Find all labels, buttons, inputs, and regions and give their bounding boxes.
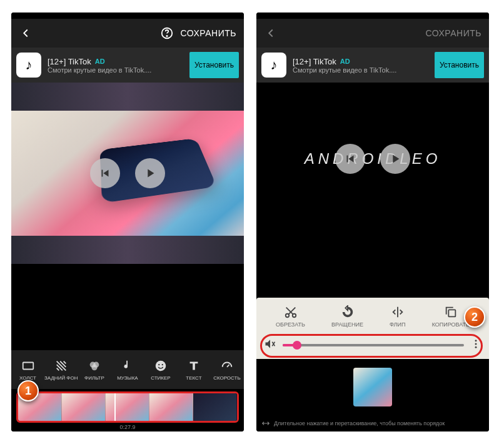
tool-background[interactable]: ЗАДНИЙ ФОН: [44, 359, 78, 381]
callout-badge-2: 2: [464, 306, 485, 328]
toolbar: ХОЛСТ ЗАДНИЙ ФОН ФИЛЬТР МУЗЫКА СТИКЕР ТЕ…: [11, 350, 244, 389]
install-button[interactable]: Установить: [189, 52, 239, 78]
callout-badge-1: 1: [18, 380, 39, 401]
timeline-time: 0:27.9: [16, 424, 239, 430]
timeline-frame[interactable]: [149, 393, 193, 421]
tool-sticker[interactable]: СТИКЕР: [144, 359, 177, 381]
video-preview[interactable]: ANDROIDLEO: [256, 83, 489, 235]
ad-subtitle: Смотри крутые видео в TikTok....: [48, 66, 183, 74]
svg-point-1: [167, 36, 168, 36]
timeline-frame[interactable]: [193, 393, 237, 421]
more-icon[interactable]: [470, 338, 481, 352]
tiktok-icon: ♪: [261, 53, 286, 78]
flip-button[interactable]: ФЛИП: [390, 305, 405, 328]
top-bar: СОХРАНИТЬ: [256, 19, 489, 48]
edit-panel: ОБРЕЗАТЬ ВРАЩЕНИЕ ФЛИП КОПИРОВАТЬ: [256, 298, 489, 359]
svg-rect-2: [23, 362, 33, 369]
tiktok-icon: ♪: [16, 53, 41, 78]
previous-icon[interactable]: [90, 158, 120, 188]
slider-thumb[interactable]: [293, 341, 301, 350]
volume-slider[interactable]: [283, 344, 464, 346]
play-icon[interactable]: [135, 158, 165, 188]
ad-banner[interactable]: ♪ [12+] TikTok AD Смотри крутые видео в …: [11, 48, 244, 83]
tool-speed[interactable]: СКОРОСТЬ: [210, 359, 243, 381]
ad-title: [12+] TikTok AD: [293, 57, 428, 66]
svg-point-12: [475, 340, 477, 341]
cut-button[interactable]: ОБРЕЗАТЬ: [276, 305, 305, 328]
ad-banner[interactable]: ♪ [12+] TikTok AD Смотри крутые видео в …: [256, 48, 489, 83]
tool-text[interactable]: ТЕКСТ: [177, 359, 210, 381]
video-preview[interactable]: [11, 83, 244, 264]
back-icon[interactable]: [264, 26, 278, 40]
svg-point-13: [475, 343, 477, 345]
svg-rect-11: [448, 310, 455, 316]
hint-bar: Длительное нажатие и перетаскивание, что…: [256, 415, 489, 431]
svg-point-7: [158, 364, 159, 365]
previous-icon[interactable]: [335, 144, 365, 174]
left-screenshot: СОХРАНИТЬ ♪ [12+] TikTok AD Смотри круты…: [11, 13, 244, 431]
install-button[interactable]: Установить: [435, 52, 484, 78]
ad-title: [12+] TikTok AD: [48, 57, 183, 66]
tool-canvas[interactable]: ХОЛСТ: [11, 359, 44, 381]
clip-row: [256, 359, 489, 415]
player-controls: [335, 144, 410, 174]
volume-row: [256, 333, 489, 359]
svg-point-8: [162, 364, 163, 365]
save-button[interactable]: СОХРАНИТЬ: [180, 28, 236, 38]
status-bar: [256, 13, 489, 19]
rotate-button[interactable]: ВРАЩЕНИЕ: [331, 305, 363, 328]
right-screenshot: СОХРАНИТЬ ♪ [12+] TikTok AD Смотри круты…: [256, 13, 489, 431]
svg-point-5: [91, 365, 97, 370]
help-icon[interactable]: [160, 26, 174, 40]
playhead[interactable]: [114, 393, 116, 421]
timeline-frame[interactable]: [106, 393, 149, 421]
svg-point-6: [156, 360, 166, 371]
play-icon[interactable]: [380, 144, 410, 174]
top-bar: СОХРАНИТЬ: [11, 19, 244, 48]
timeline-frame[interactable]: [62, 393, 106, 421]
timeline[interactable]: 0:27.9: [11, 389, 244, 431]
ad-badge: AD: [95, 58, 105, 65]
svg-point-14: [475, 346, 477, 348]
ad-badge: AD: [340, 58, 350, 65]
tool-music[interactable]: МУЗЫКА: [111, 359, 144, 381]
player-controls: [90, 158, 165, 188]
mute-icon[interactable]: [264, 338, 276, 353]
ad-subtitle: Смотри крутые видео в TikTok....: [293, 66, 428, 74]
save-button[interactable]: СОХРАНИТЬ: [425, 28, 481, 38]
back-icon[interactable]: [19, 26, 33, 40]
tool-filter[interactable]: ФИЛЬТР: [78, 359, 111, 381]
status-bar: [11, 13, 244, 19]
clip-thumbnail[interactable]: [353, 368, 392, 406]
